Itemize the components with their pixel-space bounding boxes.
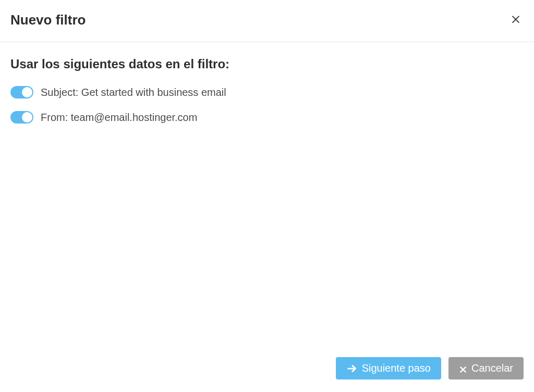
filter-section-title: Usar los siguientes datos en el filtro: bbox=[10, 57, 524, 71]
filter-toggle-subject[interactable] bbox=[10, 86, 33, 99]
close-button[interactable] bbox=[508, 10, 524, 29]
dialog-title: Nuevo filtro bbox=[10, 12, 86, 28]
dialog-footer: Siguiente paso Cancelar bbox=[0, 347, 534, 392]
dialog-header: Nuevo filtro bbox=[0, 0, 534, 42]
filter-row: From: team@email.hostinger.com bbox=[10, 111, 524, 124]
next-step-button[interactable]: Siguiente paso bbox=[336, 357, 441, 379]
cancel-label: Cancelar bbox=[471, 362, 513, 374]
filter-row: Subject: Get started with business email bbox=[10, 86, 524, 99]
filter-toggle-from[interactable] bbox=[10, 111, 33, 124]
arrow-right-icon bbox=[346, 363, 358, 374]
filter-label: From: team@email.hostinger.com bbox=[41, 112, 197, 124]
filter-label: Subject: Get started with business email bbox=[41, 87, 226, 99]
cancel-button[interactable]: Cancelar bbox=[448, 357, 524, 379]
close-icon bbox=[510, 11, 521, 28]
toggle-knob bbox=[22, 87, 32, 97]
toggle-knob bbox=[22, 112, 32, 123]
dialog-body: Usar los siguientes datos en el filtro: … bbox=[0, 42, 534, 347]
close-icon bbox=[459, 364, 467, 373]
next-step-label: Siguiente paso bbox=[362, 362, 431, 374]
